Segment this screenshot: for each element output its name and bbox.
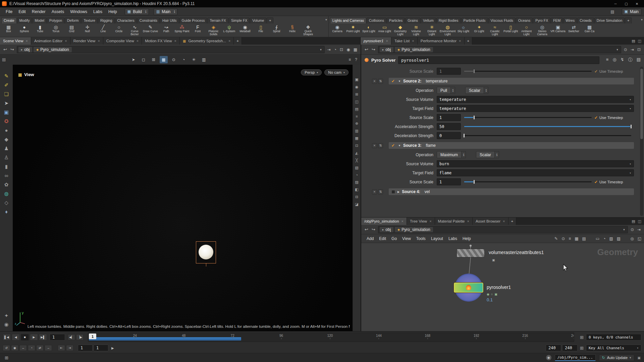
close-tab-icon[interactable]: × (228, 39, 230, 43)
param-scrollbar[interactable] (640, 67, 643, 216)
tab-scene-view[interactable]: Scene View× (0, 37, 31, 45)
scene-tool-icon-1[interactable]: ✐ (4, 82, 9, 88)
path-dropdown-icon[interactable]: ▾ (615, 48, 620, 51)
shelf-tool-platonic-solids[interactable]: ◈Platonic Solids (206, 24, 221, 37)
node-flag-icon-1[interactable]: ○ (491, 293, 493, 296)
display-option-icon-5[interactable]: ≡ (356, 114, 358, 118)
range-substart-field[interactable]: 1 (94, 345, 108, 351)
back-icon[interactable]: ↩ (364, 47, 369, 52)
section-collapse-icon[interactable]: ▼ (398, 144, 401, 147)
remove-source-button[interactable]: × (372, 143, 377, 148)
shelf-tab-modify[interactable]: Modify (17, 17, 32, 23)
param-value-source-scale[interactable]: 1 (437, 178, 461, 185)
display-option-icon-1[interactable]: ◉ (355, 85, 359, 89)
display-option-icon-3[interactable]: ◫ (355, 100, 358, 104)
remove-source-button[interactable]: × (372, 189, 377, 194)
path-dropdown-icon[interactable]: ▾ (622, 228, 626, 231)
network-menu-add[interactable]: Add (364, 235, 376, 242)
shelf-tab-polygon[interactable]: Polygon (47, 17, 64, 23)
network-tool-icon-4[interactable]: ▤ (582, 236, 586, 241)
shelf-tool-volume-light[interactable]: ≋Volume Light (408, 24, 424, 37)
shelf-tool-point-light[interactable]: ✷Point Light (345, 24, 361, 37)
param-field-target-field[interactable]: flame▾ (437, 169, 634, 176)
shelf-tab-volume[interactable]: Volume (250, 17, 266, 23)
operation-select-maximum[interactable]: Maximum▴▾ (437, 151, 466, 158)
pathbar-icon-1[interactable]: ◔ (334, 47, 336, 52)
breadcrumb-pyro-simulation[interactable]: ◆Pyro_simulation (34, 47, 71, 52)
param-slider-acceleration-strength[interactable] (464, 124, 631, 129)
scene-path-field[interactable]: ▸obj ◆Pyro_simulation ▾ (17, 46, 325, 53)
pathbar-icon-0[interactable]: ⇥ (327, 47, 331, 52)
tab-motion-fx-view[interactable]: Motion FX View× (142, 37, 180, 45)
shelf-tab-pyro-fx[interactable]: Pyro FX (533, 17, 550, 23)
shelf-tab-crowds[interactable]: Crowds (577, 17, 594, 23)
forward-icon[interactable]: ↪ (371, 47, 376, 52)
playhead[interactable]: 1 (89, 334, 96, 339)
breadcrumb-obj[interactable]: ▸obj (18, 47, 33, 52)
param-field-source-volume[interactable]: burn▾ (437, 160, 634, 167)
close-tab-icon[interactable]: × (98, 39, 100, 43)
shelf-tool-torus[interactable]: ◎Torus (48, 24, 64, 37)
param-slider-deceleration-strength[interactable] (464, 133, 631, 138)
viewport-tool-icon-1[interactable]: ◻ (140, 56, 148, 63)
node-name-field[interactable]: pyrosolver1 (398, 56, 599, 64)
pathbar-icon-0[interactable]: ⊙ (624, 47, 627, 52)
shelf-tab-lights-and-cameras[interactable]: Lights and Cameras (330, 17, 366, 23)
shelf-tab-terrain-fx[interactable]: Terrain FX (207, 17, 228, 23)
breadcrumb-pyro-simulation[interactable]: ◆Pyro_simulation (395, 227, 433, 232)
pathbar-icon-1[interactable]: ⇥ (637, 227, 641, 232)
remove-source-button[interactable]: × (372, 79, 377, 84)
range-subend-field[interactable]: 240 (546, 345, 561, 351)
section-enable-checkbox[interactable]: ✓ (391, 79, 396, 83)
section-header-flame[interactable]: ✓▼Source 3:flame (389, 142, 634, 149)
pane-menu-icon[interactable]: ⊞ (2, 57, 6, 62)
scene-tool-icon-5[interactable]: ✪ (4, 119, 9, 124)
node-label[interactable]: volumerasterizeattributes1 (489, 250, 544, 255)
range-end-field[interactable]: 240 (562, 345, 578, 351)
display-option-icon-2[interactable]: ⊞ (355, 92, 358, 97)
close-tab-icon[interactable]: × (174, 39, 176, 43)
breadcrumb-obj[interactable]: ▸obj (380, 227, 394, 232)
pane-layout-icon-1[interactable]: ◫ (638, 39, 641, 43)
param-header-icon-1[interactable]: ◎ (612, 57, 616, 63)
snapshot-icon[interactable]: ⊞ (5, 355, 8, 360)
type-select-scalar[interactable]: Scalar▴▾ (476, 151, 499, 158)
display-option-icon-0[interactable]: ▣ (355, 77, 358, 82)
viewport-3d[interactable]: ▦ View Persp▾ No cam▾ y z Left mouse tum… (13, 65, 353, 331)
shelf-tool-vr-camera[interactable]: ▣VR Camera (550, 24, 566, 37)
breadcrumb-pyro-simulation[interactable]: ◆Pyro_simulation (395, 47, 433, 52)
viewport-menu-icon-0[interactable]: ≡ (348, 57, 351, 62)
step-forward-button[interactable]: ▕▶ (76, 334, 84, 340)
close-tab-icon[interactable]: × (429, 219, 431, 223)
shelf-tab-rigid-bodies[interactable]: Rigid Bodies (436, 17, 461, 23)
shelf-tool-camera[interactable]: ◉Camera (329, 24, 345, 37)
transport-button-3[interactable]: ▶ (30, 334, 38, 341)
transport-button-0[interactable]: ▌◀ (3, 334, 11, 341)
shelf-tool-gan-ca[interactable]: ▩Gan Ca (582, 24, 597, 37)
network-path-field[interactable]: ▸obj ◆Pyro_simulation ▾ (378, 226, 628, 233)
stepper-icon[interactable]: ▴▾ (145, 10, 146, 13)
slider-handle[interactable] (473, 69, 475, 73)
shelf-tab-rigging[interactable]: Rigging (98, 17, 115, 23)
pane-layout-icon-1[interactable]: ◫ (638, 219, 641, 224)
range-jump-icon-1[interactable]: ⇥ (66, 345, 73, 351)
shelf-tab-oceans[interactable]: Oceans (516, 17, 533, 23)
persp-button[interactable]: Persp▾ (301, 69, 322, 75)
pathbar-icon-0[interactable]: ⊙ (631, 227, 634, 232)
close-tab-icon[interactable]: × (401, 219, 404, 223)
range-jump-icon-0[interactable]: ⇤ (58, 345, 65, 351)
tab-composite-view[interactable]: Composite View× (103, 37, 142, 45)
display-option-icon-9[interactable]: ⊡ (355, 143, 358, 148)
field-menu-icon[interactable]: ▾ (630, 171, 631, 175)
stepper-icon[interactable]: ▴▾ (484, 87, 488, 94)
display-option-icon-11[interactable]: ╳ (356, 158, 358, 163)
context-path-button[interactable]: /obj/Pyro_sim... (555, 354, 596, 361)
auto-update-select[interactable]: ↻ Auto Update ▾ (599, 355, 634, 361)
pathbar-icon-2[interactable]: ⊡ (340, 47, 343, 52)
sphere-geometry[interactable] (199, 245, 213, 259)
tab-take-list[interactable]: Take List× (391, 37, 418, 45)
display-option-icon-17[interactable]: ◪ (355, 202, 358, 206)
field-menu-icon[interactable]: ▾ (630, 107, 631, 110)
shelf-tab-particles[interactable]: Particles (387, 17, 405, 23)
display-option-icon-13[interactable]: ◔ (356, 173, 358, 177)
